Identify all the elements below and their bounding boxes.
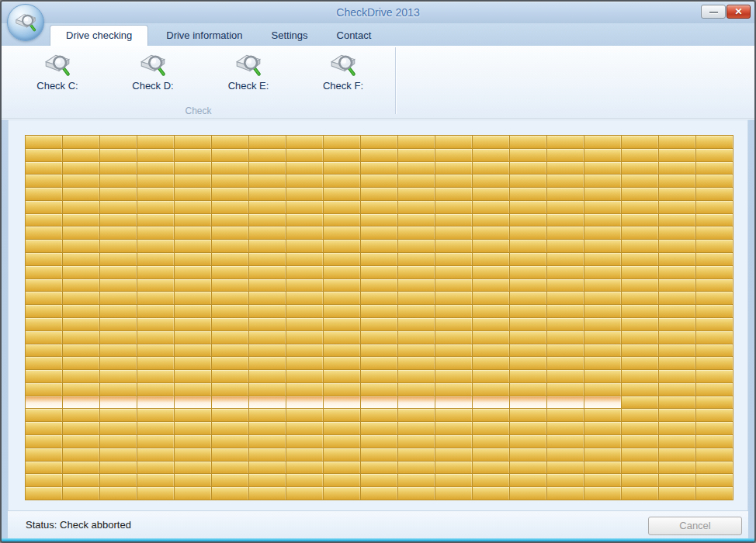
block-cell [63, 240, 99, 252]
check-d-button[interactable]: Check D: [120, 49, 186, 102]
block-cell [137, 331, 174, 344]
block-cell [26, 448, 62, 461]
block-cell [286, 344, 323, 357]
block-cell [212, 279, 248, 292]
block-cell [212, 422, 248, 434]
block-cell [398, 214, 435, 227]
block-cell [547, 331, 584, 344]
block-cell [510, 279, 546, 292]
block-cell [324, 331, 360, 344]
block-cell [622, 462, 658, 474]
block-cell [696, 149, 733, 161]
block-cell [659, 162, 695, 175]
block-cell [137, 188, 174, 200]
ribbon-group-check: Check C: Check D: [2, 46, 395, 119]
block-cell [398, 383, 435, 396]
block-cell [659, 227, 695, 239]
block-cell [547, 448, 584, 461]
block-cell [324, 227, 360, 239]
block-cell [212, 448, 248, 461]
block-cell [137, 383, 174, 396]
drive-magnifier-icon [43, 52, 72, 78]
block-cell [510, 318, 546, 330]
block-cell [137, 149, 174, 161]
block-cell [622, 240, 658, 252]
block-cell [361, 305, 397, 317]
block-cell [249, 227, 286, 239]
block-cell [26, 409, 62, 421]
block-cell [659, 305, 695, 317]
block-cell [473, 357, 509, 369]
block-cell [63, 318, 99, 330]
block-cell-checking [100, 396, 137, 409]
block-cell [137, 448, 174, 461]
block-cell [249, 331, 286, 344]
block-cell [63, 383, 99, 396]
tab-drive-information[interactable]: Drive information [155, 26, 253, 46]
block-cell [622, 279, 658, 292]
block-cell [137, 487, 174, 500]
block-cell [26, 253, 62, 265]
cancel-button[interactable]: Cancel [648, 517, 742, 535]
block-cell [175, 331, 211, 344]
block-cell [137, 344, 174, 357]
block-cell [175, 409, 211, 421]
block-cell [249, 292, 286, 304]
block-cell [547, 318, 584, 330]
ribbon: Check C: Check D: [2, 46, 754, 119]
check-c-button[interactable]: Check C: [24, 49, 91, 102]
check-e-button[interactable]: Check E: [215, 49, 282, 102]
block-cell [249, 474, 286, 486]
block-cell [435, 331, 472, 344]
block-cell [584, 162, 621, 175]
block-cell [361, 253, 397, 265]
block-cell [63, 409, 99, 421]
block-cell [63, 136, 99, 148]
block-cell [286, 175, 323, 187]
block-cell [324, 162, 360, 175]
block-cell [547, 201, 584, 213]
block-cell [547, 435, 584, 448]
tab-contact[interactable]: Contact [326, 26, 383, 46]
drive-magnifier-icon [328, 52, 358, 78]
block-cell [584, 357, 621, 369]
block-cell [473, 422, 509, 434]
block-cell [175, 422, 211, 434]
block-cell [435, 214, 472, 227]
block-cell [212, 487, 248, 500]
minimize-button[interactable] [701, 5, 726, 19]
app-window: CheckDrive 2013 ✕ Drive checking Drive i… [0, 0, 756, 543]
block-cell [584, 175, 621, 187]
block-cell [398, 370, 435, 382]
block-cell [249, 214, 286, 227]
block-cell [100, 162, 137, 175]
block-cell [510, 370, 546, 382]
block-cell [435, 344, 472, 357]
block-cell [137, 253, 174, 265]
block-cell [249, 318, 286, 330]
block-cell [324, 188, 360, 200]
block-cell [584, 331, 621, 344]
block-cell [659, 279, 695, 292]
block-cell [473, 305, 509, 317]
check-f-button[interactable]: Check F: [310, 49, 376, 102]
block-cell [63, 331, 99, 344]
tab-settings[interactable]: Settings [261, 26, 319, 46]
app-menu-button[interactable] [7, 4, 44, 41]
window-bottom-accent [2, 538, 754, 541]
block-cell [696, 435, 733, 448]
block-cell [212, 474, 248, 486]
block-cell [584, 136, 621, 148]
block-cell [510, 435, 546, 448]
tab-drive-checking[interactable]: Drive checking [50, 25, 148, 46]
block-cell [100, 435, 137, 448]
block-cell [547, 240, 584, 252]
close-button[interactable]: ✕ [727, 5, 751, 19]
block-cell [63, 279, 99, 292]
block-cell [286, 462, 323, 474]
block-cell [696, 214, 733, 227]
block-cell [324, 422, 360, 434]
block-cell [286, 305, 323, 317]
block-cell [212, 175, 248, 187]
block-cell [249, 253, 286, 265]
